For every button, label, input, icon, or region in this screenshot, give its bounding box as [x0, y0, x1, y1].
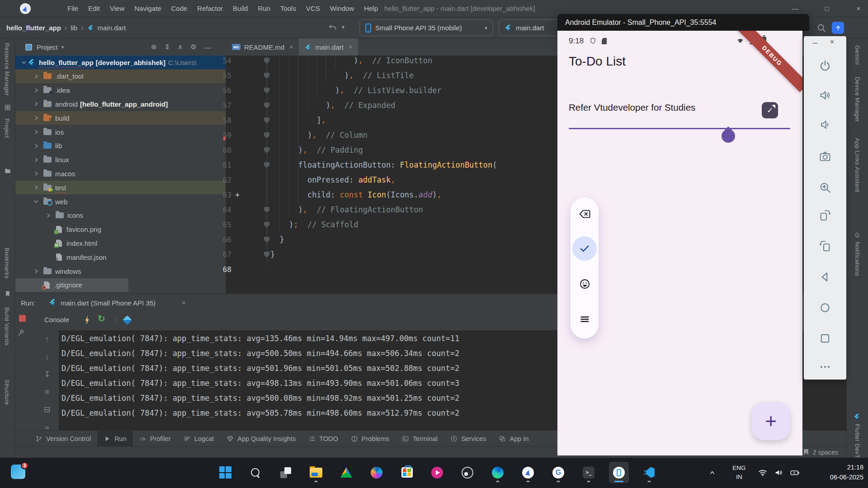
rail-item-device-manager[interactable]: Device Manager: [854, 77, 861, 122]
power-button[interactable]: [819, 59, 831, 72]
menu-item-view[interactable]: View: [105, 0, 129, 17]
fold-marker-icon[interactable]: [264, 147, 269, 153]
fold-marker-icon[interactable]: [264, 117, 269, 123]
run-tab-close-icon[interactable]: ×: [182, 299, 186, 306]
taskbar-terminal-icon[interactable]: >_: [579, 462, 599, 483]
chevron-down-icon[interactable]: ▾: [61, 44, 64, 50]
taskbar-widgets-icon[interactable]: 3: [11, 465, 25, 479]
rotate-ccw-button[interactable]: [819, 239, 831, 252]
window-close-button[interactable]: ×: [848, 0, 868, 17]
flutter-devtools-icon[interactable]: [854, 413, 860, 421]
overview-button[interactable]: [819, 332, 831, 345]
stop-button[interactable]: [19, 315, 26, 322]
rail-item-gemini[interactable]: Gemini: [854, 45, 861, 65]
tab-readme-md[interactable]: MDREADME.md×: [226, 38, 299, 56]
gutter-add-icon[interactable]: +: [235, 188, 240, 202]
taskbar-google-icon[interactable]: G: [548, 462, 568, 483]
taskbar-file-explorer-icon[interactable]: [306, 462, 326, 483]
menu-item-file[interactable]: File: [62, 0, 83, 17]
dart-devtools-icon[interactable]: [123, 315, 132, 325]
battery-icon[interactable]: [789, 468, 800, 478]
locate-icon[interactable]: ⊕: [151, 43, 157, 51]
rail-item-resource-manager[interactable]: Resource Manager: [4, 43, 10, 96]
taskbar-task-view-icon[interactable]: [276, 462, 296, 483]
rail-item-build-variants[interactable]: Build Variants: [4, 307, 10, 346]
console-tab[interactable]: Console: [44, 316, 69, 324]
check-selected-circle[interactable]: [572, 236, 597, 261]
hide-icon[interactable]: —: [204, 43, 211, 51]
menu-item-vcs[interactable]: VCS: [301, 0, 325, 17]
todo-task-text[interactable]: Refer Vtudeveloper for Studies: [569, 102, 695, 113]
toolwindow-app-quality-insights[interactable]: App Quality Insights: [220, 431, 302, 446]
toolwindow-services[interactable]: Services: [444, 431, 493, 446]
expand-icon[interactable]: ⇕: [165, 43, 170, 51]
run-configuration-selector[interactable]: main.dart: [499, 19, 566, 36]
taskbar-android-emulator-icon[interactable]: [609, 462, 629, 483]
fold-marker-icon[interactable]: [264, 73, 269, 79]
add-task-fab[interactable]: +: [752, 402, 790, 440]
emulator-screen[interactable]: 9:18 DEBUG To-Do List Refer Vtudeveloper…: [557, 31, 802, 455]
taskbar-search-icon[interactable]: [245, 462, 265, 483]
fold-marker-icon[interactable]: [264, 237, 269, 243]
fold-marker-icon[interactable]: [264, 207, 269, 213]
taskbar-start-icon[interactable]: [215, 462, 235, 483]
run-tab[interactable]: main.dart (Small Phone API 35): [61, 299, 156, 307]
backspace-icon[interactable]: [578, 207, 591, 220]
text-selection-handle[interactable]: [719, 127, 738, 145]
rail-item-bookmarks[interactable]: Bookmarks: [4, 248, 10, 279]
zoom-in-button[interactable]: [819, 181, 831, 194]
rail-item-structure[interactable]: Structure: [4, 380, 10, 405]
toolwindow-profiler[interactable]: Profiler: [133, 431, 177, 446]
fold-marker-icon[interactable]: [264, 162, 269, 168]
sync-button[interactable]: [832, 22, 844, 34]
rail-item-app-links-assistant[interactable]: App Links Assistant: [854, 138, 861, 192]
taskbar-vscode-icon[interactable]: [639, 462, 659, 483]
search-everywhere-icon[interactable]: [816, 23, 826, 33]
indent-info[interactable]: 2 spaces: [813, 449, 838, 456]
taskbar-android-studio-icon[interactable]: [518, 462, 538, 483]
settings-icon[interactable]: ⚙: [190, 43, 196, 51]
toolwindow-run[interactable]: Run: [97, 431, 133, 446]
scroll-down-icon[interactable]: ↓: [38, 348, 56, 366]
toolwindow-problems[interactable]: Problems: [344, 431, 396, 446]
back-button[interactable]: [819, 271, 831, 283]
taskbar-google-drive-icon[interactable]: [336, 462, 356, 483]
rail-icon[interactable]: [4, 289, 11, 297]
rail-icon[interactable]: [4, 103, 11, 111]
clock[interactable]: 21:18 06-06-2025: [830, 462, 863, 483]
toolwindow-version-control[interactable]: Version Control: [29, 431, 97, 446]
breadcrumb-item[interactable]: hello_flutter_app: [6, 24, 61, 32]
volume-down-button[interactable]: [819, 118, 831, 131]
emoji-icon[interactable]: [578, 277, 591, 290]
menu-item-tools[interactable]: Tools: [275, 0, 301, 17]
undo-dropdown-caret[interactable]: ▾: [342, 24, 344, 30]
fold-marker-icon[interactable]: [264, 132, 269, 138]
more-button[interactable]: [819, 361, 831, 373]
toolwindow-logcat[interactable]: Logcat: [177, 431, 221, 446]
tab-main-dart[interactable]: main.dart×: [299, 38, 358, 56]
breadcrumb-item[interactable]: main.dart: [98, 24, 126, 32]
menu-item-window[interactable]: Window: [325, 0, 359, 17]
rail-icon[interactable]: [4, 166, 11, 174]
menu-icon[interactable]: [578, 313, 591, 325]
menu-item-refactor[interactable]: Refactor: [192, 0, 228, 17]
volume-icon[interactable]: [774, 468, 784, 478]
emulator-title-bar[interactable]: Android Emulator - Small_Phone_API_35:55…: [557, 14, 809, 31]
tab-close-icon[interactable]: ×: [289, 43, 293, 51]
menu-item-edit[interactable]: Edit: [83, 0, 105, 17]
pin-icon[interactable]: [17, 328, 25, 337]
scroll-up-icon[interactable]: ↑: [38, 330, 56, 348]
toolwindow-terminal[interactable]: Terminal: [396, 431, 444, 446]
emulator-minimize-button[interactable]: –: [813, 38, 817, 47]
home-button[interactable]: [819, 301, 831, 314]
camera-button[interactable]: [819, 150, 831, 163]
fold-marker-icon[interactable]: [264, 222, 269, 228]
rotate-cw-button[interactable]: [819, 209, 831, 221]
taskbar-obs-icon[interactable]: [458, 462, 477, 483]
bell-icon[interactable]: [854, 230, 861, 239]
toolwindow-app-in[interactable]: App In: [492, 431, 535, 446]
soft-wrap-icon[interactable]: ≡: [38, 383, 56, 401]
tray-chevron-up-icon[interactable]: [709, 469, 716, 477]
taskbar-microsoft-store-icon[interactable]: [397, 462, 417, 483]
breadcrumb-item[interactable]: lib: [71, 24, 77, 32]
